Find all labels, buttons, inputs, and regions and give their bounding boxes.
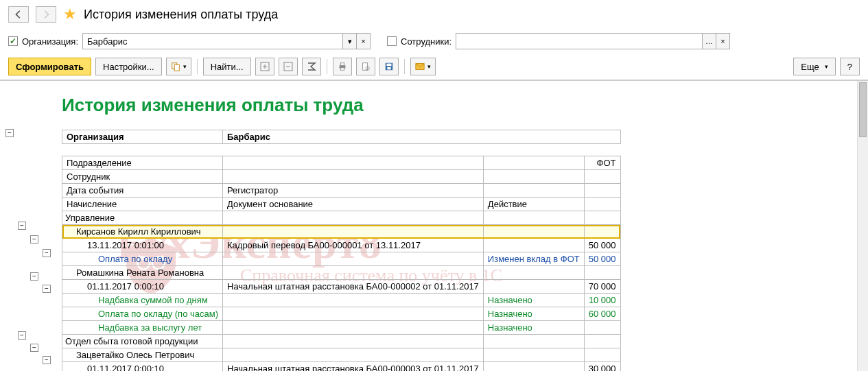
org-checkbox[interactable] [8,36,18,46]
emp-more-button[interactable]: … [702,34,716,49]
tree-toggle[interactable]: − [43,285,51,293]
tree-toggle[interactable]: − [30,272,38,281]
sum-button[interactable] [302,58,321,75]
nav-forward-button[interactable] [36,6,56,23]
expand-button[interactable] [255,58,274,75]
sigma-icon [307,62,316,71]
collapse-button[interactable] [279,58,298,75]
mail-icon [415,62,425,71]
generate-button[interactable]: Сформировать [8,58,91,75]
collapse-icon [283,62,293,71]
tree-toggle[interactable]: − [18,222,26,230]
table-row[interactable]: Отдел сбыта готовой продукции [62,335,621,348]
table-row[interactable]: Зацветайко Олесь Петрович [62,348,621,362]
tree-toggle[interactable]: − [30,344,38,352]
table-row[interactable]: Управление [62,211,621,225]
emp-field[interactable] [456,34,702,49]
variants-button[interactable]: ▾ [166,58,191,75]
arrow-left-icon [14,10,23,19]
org-field[interactable] [83,34,342,49]
expand-icon [260,62,270,71]
report-title: История изменения оплаты труда [62,95,868,116]
save-button[interactable] [379,58,399,75]
star-icon[interactable]: ★ [63,5,77,23]
tree-toggle[interactable]: − [18,331,26,340]
svg-rect-1 [174,64,179,71]
emp-label: Сотрудники: [401,36,451,47]
copy-icon [171,62,180,71]
help-button[interactable]: ? [840,58,860,75]
floppy-icon [384,62,394,71]
table-row[interactable]: Ромашкина Рената Романовна [62,266,621,280]
tree-toggle[interactable]: − [43,356,51,364]
svg-rect-13 [386,64,391,67]
table-row[interactable]: Надбавка за выслугу летНазначено [62,321,621,335]
printer-icon [338,62,347,71]
table-row[interactable]: Надбавка суммой по днямНазначено10 000 [62,294,621,307]
preview-button[interactable] [356,58,375,75]
report-table: ОрганизацияБарбарисПодразделениеФОТСотру… [62,130,621,371]
org-clear-button[interactable]: × [356,34,370,49]
table-row[interactable]: 01.11.2017 0:00:10Начальная штатная расс… [62,280,621,294]
table-row[interactable]: 01.11.2017 0:00:10Начальная штатная расс… [62,362,621,372]
page-title: История изменения оплаты труда [84,8,278,22]
emp-clear-button[interactable]: × [716,34,729,49]
svg-rect-14 [387,67,390,70]
svg-rect-8 [340,63,344,66]
find-button[interactable]: Найти... [203,58,251,75]
emp-checkbox[interactable] [387,36,397,46]
table-row[interactable]: Кирсанов Кирилл Кириллович [62,225,621,239]
more-button[interactable]: Еще▾ [793,58,835,75]
table-row[interactable]: Оплата по окладу (по часам)Назначено60 0… [62,307,621,321]
arrow-right-icon [41,10,51,19]
settings-button[interactable]: Настройки... [95,58,162,75]
org-dropdown-button[interactable]: ▾ [342,34,356,49]
email-button[interactable]: ▾ [410,58,436,75]
print-button[interactable] [333,58,352,75]
table-row[interactable]: Оплата по окладуИзменен вклад в ФОТ50 00… [62,252,621,266]
org-label: Организация: [22,36,78,47]
tree-toggle[interactable]: − [30,235,38,244]
tree-toggle[interactable]: − [5,129,14,137]
table-row[interactable]: 13.11.2017 0:01:00Кадровый перевод БА00-… [62,239,621,252]
page-zoom-icon [361,62,371,71]
svg-rect-9 [340,68,344,71]
nav-back-button[interactable] [8,6,29,23]
tree-toggle[interactable]: − [43,249,51,257]
